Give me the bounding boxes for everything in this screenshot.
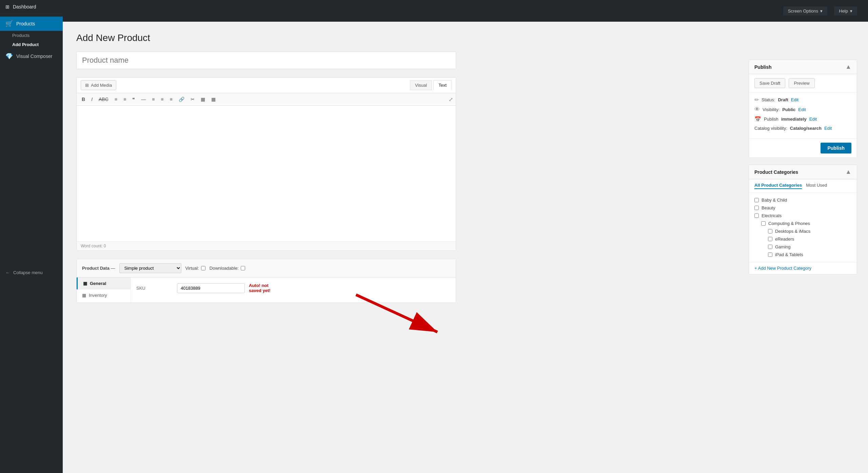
virtual-checkbox[interactable] <box>201 266 205 270</box>
fullscreen-button[interactable]: ⤢ <box>449 96 453 103</box>
add-media-icon: ⊞ <box>85 83 89 88</box>
add-media-label: Add Media <box>91 83 112 88</box>
add-media-button[interactable]: ⊞ Add Media <box>81 80 116 90</box>
blockquote-button[interactable]: ❝ <box>130 95 137 103</box>
publish-time-value: immediately <box>781 117 807 122</box>
page-title: Add New Product <box>76 33 741 43</box>
product-data-title: Product Data — <box>82 266 115 271</box>
categories-collapse-button[interactable]: ▲ <box>845 168 851 176</box>
editor-footer: Word count: 0 <box>77 241 456 250</box>
product-data-header: Product Data — Simple product Grouped pr… <box>77 259 456 277</box>
tab-visual[interactable]: Visual <box>410 80 432 90</box>
categories-tabs: All Product Categories Most Used <box>749 179 857 193</box>
editor-top-toolbar: ⊞ Add Media Visual Text <box>77 78 456 93</box>
visibility-edit-link[interactable]: Edit <box>798 107 806 112</box>
editor-body[interactable] <box>77 106 456 241</box>
unordered-list-button[interactable]: ≡ <box>112 95 120 103</box>
sidebar-dashboard-item[interactable]: ⊞ Dashboard <box>0 0 63 14</box>
sidebar: ⊞ Dashboard 🛒 Products Products Add Prod… <box>0 0 63 473</box>
status-label: Status: <box>762 97 775 102</box>
table-button[interactable]: ▦ <box>198 95 208 103</box>
tab-text[interactable]: Text <box>433 80 452 90</box>
list-item[interactable]: Electricals <box>754 212 851 220</box>
products-icon: 🛒 <box>5 20 13 27</box>
sidebar-item-visual-composer[interactable]: 💎 Visual Composer <box>0 49 63 63</box>
more-button[interactable]: ▦ <box>209 95 218 103</box>
sku-field-row: SKU Auto! notsaved yet! <box>136 283 450 293</box>
sidebar-products-label: Products <box>16 21 35 26</box>
list-item[interactable]: Beauty <box>754 204 851 212</box>
align-right-button[interactable]: ≡ <box>167 95 175 103</box>
right-sidebar: Publish ▲ Save Draft Preview ✏ Status: D… <box>749 33 857 303</box>
inventory-icon: ▦ <box>82 293 86 298</box>
publish-label: Publish <box>764 117 778 122</box>
collapse-icon: ← <box>5 270 10 275</box>
catalog-row: Catalog visibility: Catalog/search Edit <box>754 126 851 131</box>
editor-container: ⊞ Add Media Visual Text <box>76 77 456 251</box>
product-name-input[interactable] <box>76 52 456 69</box>
catalog-edit-link[interactable]: Edit <box>824 126 832 131</box>
add-category-link[interactable]: + Add New Product Category <box>749 262 857 274</box>
bold-button[interactable]: B <box>79 95 87 103</box>
sidebar-visual-composer-label: Visual Composer <box>16 54 52 59</box>
tab-all-categories[interactable]: All Product Categories <box>754 183 802 189</box>
product-data-nav: ▦ General ▦ Inventory <box>77 277 131 303</box>
align-center-button[interactable]: ≡ <box>158 95 166 103</box>
ordered-list-button[interactable]: ≡ <box>121 95 129 103</box>
downloadable-checkbox[interactable] <box>241 266 245 270</box>
product-data-content: SKU Auto! notsaved yet! <box>131 277 456 303</box>
word-count: Word count: 0 <box>81 244 106 248</box>
nav-item-inventory[interactable]: ▦ Inventory <box>77 289 131 301</box>
link-button[interactable]: 🔗 <box>176 95 187 103</box>
help-chevron-icon: ▾ <box>850 8 852 14</box>
list-item[interactable]: eReaders <box>754 235 851 243</box>
publish-box-title: Publish <box>754 64 772 70</box>
nav-item-general[interactable]: ▦ General <box>77 277 131 289</box>
screen-options-button[interactable]: Screen Options ▾ <box>783 6 828 16</box>
publish-button[interactable]: Publish <box>821 143 851 153</box>
publish-btn-row: Publish <box>749 138 857 158</box>
status-icon: ✏ <box>754 97 759 103</box>
italic-button[interactable]: I <box>89 95 95 103</box>
visibility-label: Visibility: <box>763 107 780 112</box>
downloadable-label: Downloadable: <box>210 266 245 271</box>
list-item[interactable]: Desktops & iMacs <box>754 227 851 235</box>
list-item[interactable]: iPad & Tablets <box>754 251 851 259</box>
publish-collapse-button[interactable]: ▲ <box>845 63 851 70</box>
publish-time-edit-link[interactable]: Edit <box>809 117 817 122</box>
sidebar-item-products[interactable]: 🛒 Products <box>0 17 63 31</box>
categories-list: Baby & ChildBeautyElectricalsComputing &… <box>749 193 857 262</box>
hr-button[interactable]: — <box>139 95 148 103</box>
product-type-select[interactable]: Simple product Grouped product External/… <box>119 263 181 273</box>
collapse-menu-item[interactable]: ← Collapse menu <box>0 267 63 279</box>
sidebar-sub-add-product[interactable]: Add Product <box>0 40 63 49</box>
strikethrough-button[interactable]: ABC <box>96 95 111 103</box>
virtual-label: Virtual: <box>185 266 205 271</box>
status-edit-link[interactable]: Edit <box>791 97 798 102</box>
auto-save-notice: Auto! notsaved yet! <box>249 283 271 293</box>
visibility-value: Public <box>782 107 795 112</box>
product-data-section: Product Data — Simple product Grouped pr… <box>76 259 456 303</box>
publish-box: Publish ▲ Save Draft Preview ✏ Status: D… <box>749 60 857 158</box>
align-left-button[interactable]: ≡ <box>150 95 157 103</box>
product-data-body: ▦ General ▦ Inventory SKU <box>77 277 456 303</box>
help-button[interactable]: Help ▾ <box>834 6 857 16</box>
sidebar-sub-products[interactable]: Products <box>0 31 63 40</box>
save-draft-button[interactable]: Save Draft <box>754 78 785 88</box>
sku-input[interactable] <box>177 283 245 293</box>
list-item[interactable]: Baby & Child <box>754 196 851 204</box>
visual-composer-icon: 💎 <box>5 53 13 60</box>
list-item[interactable]: Gaming <box>754 243 851 251</box>
preview-button[interactable]: Preview <box>789 78 814 88</box>
status-row: ✏ Status: Draft Edit <box>754 97 851 103</box>
unlink-button[interactable]: ✂ <box>188 95 197 103</box>
sidebar-dashboard-label: Dashboard <box>13 4 36 9</box>
list-item[interactable]: Computing & Phones <box>754 220 851 227</box>
screen-options-chevron-icon: ▾ <box>820 8 823 14</box>
categories-box-header: Product Categories ▲ <box>749 165 857 179</box>
tab-most-used[interactable]: Most Used <box>806 183 827 189</box>
editor-format-toolbar: B I ABC ≡ ≡ ❝ — ≡ ≡ ≡ 🔗 ✂ ▦ ▦ <box>77 93 456 106</box>
visibility-icon: 👁 <box>754 106 760 112</box>
publish-box-header: Publish ▲ <box>749 60 857 74</box>
visibility-row: 👁 Visibility: Public Edit <box>754 106 851 112</box>
